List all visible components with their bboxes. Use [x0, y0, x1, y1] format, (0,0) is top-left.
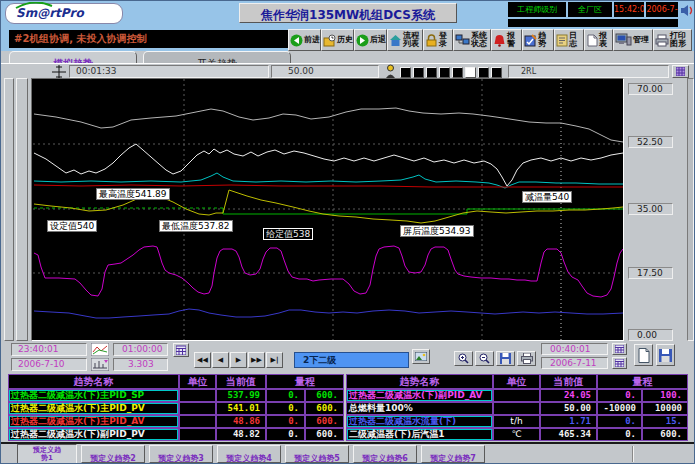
alarm-bell-icon: [493, 34, 506, 47]
trend-unit: [179, 428, 216, 441]
end-date-field[interactable]: 2006-7-11: [541, 357, 608, 369]
pen-select-2[interactable]: [413, 67, 424, 78]
trend-range-max: 600.: [642, 428, 688, 441]
alarm-message-box[interactable]: #2机组协调, 未投入协调控制: [9, 30, 319, 48]
trend-curve-fuel[interactable]: [34, 144, 623, 186]
pen-select-1[interactable]: [400, 67, 411, 78]
trend-name: 过热器二级减温水(下)主PID_SP: [8, 389, 179, 402]
logo-sub: Pro: [61, 6, 84, 20]
nav-next-button[interactable]: ▶: [230, 352, 247, 368]
predefined-trend-tab-3[interactable]: 预定义趋势3: [149, 445, 213, 463]
time-span-field[interactable]: 00:01:33: [69, 65, 269, 78]
clock-date: 2006-7-21: [646, 2, 678, 17]
nav-first-button[interactable]: ◀◀: [194, 352, 211, 368]
crosshair-cursor-icon[interactable]: [52, 65, 66, 79]
table-row[interactable]: 过热器二级减温水(下)副PID_AV 24.05 0. 100.: [346, 389, 688, 402]
pen-select-7[interactable]: [478, 67, 489, 78]
pen-select-8[interactable]: [491, 67, 502, 78]
nav-last-button[interactable]: ▶|: [266, 352, 283, 368]
end-time-calendar-button[interactable]: [612, 343, 627, 355]
plant-area: 全厂区: [568, 2, 612, 17]
span-field[interactable]: 01:00:00: [113, 343, 168, 356]
scale-field[interactable]: 3.303: [113, 358, 168, 371]
zoom-out-button[interactable]: [475, 351, 494, 366]
trend-current-value: 50.00: [540, 402, 597, 415]
end-time-field[interactable]: 00:40:01: [541, 343, 608, 355]
table-row[interactable]: 总燃料量100% 50.00 -10000 10000: [346, 402, 688, 415]
predefined-trend-tab-5[interactable]: 预定义趋势5: [285, 445, 349, 463]
process-list-icon: [389, 34, 402, 47]
table-row[interactable]: 过热器二级减温水(下)主PID_PV 541.01 0. 600.: [8, 402, 344, 415]
trend-name: 过热器二级减温水流量(下): [346, 415, 493, 428]
trend-curve-flow[interactable]: [34, 309, 623, 318]
log-button[interactable]: 日志: [554, 29, 584, 51]
picture-button[interactable]: [412, 349, 430, 364]
pen-select-4[interactable]: [439, 67, 450, 78]
new-document-button[interactable]: [634, 344, 653, 366]
nav-forward-button[interactable]: 前进: [288, 29, 321, 51]
trend-plot[interactable]: [32, 79, 623, 340]
save-trend-button[interactable]: [496, 351, 515, 366]
print-graphic-button[interactable]: 打印图形: [653, 29, 692, 51]
lock-icon: [425, 34, 438, 47]
mini-trend-icon[interactable]: [91, 343, 109, 356]
logo-swoosh-icon: [14, 2, 54, 10]
pen-select-6[interactable]: [465, 67, 476, 78]
trend-range-min: 0.: [597, 389, 642, 402]
nav-prev-button[interactable]: ◀: [212, 352, 229, 368]
pen-select-5[interactable]: [452, 67, 463, 78]
grid-settings-button[interactable]: [672, 65, 689, 78]
end-date-calendar-button[interactable]: [612, 357, 627, 369]
manage-button[interactable]: 管理: [613, 29, 653, 51]
table-row[interactable]: 过热器二级减温水(下)副PID_PV 48.82 0. 600.: [8, 428, 344, 441]
print-trend-button[interactable]: [517, 351, 536, 366]
trend-curve-zhuav[interactable]: [34, 185, 623, 187]
calendar-button[interactable]: [173, 343, 189, 357]
pen-select-3[interactable]: [426, 67, 437, 78]
green-right-arrow-icon: [356, 34, 369, 47]
predefined-trend-tab-2[interactable]: 预定义趋势2: [81, 445, 145, 463]
operator-icon[interactable]: [384, 64, 397, 79]
predefined-trend-tab-1[interactable]: 预定义趋势1: [17, 444, 77, 464]
time-scale-icon[interactable]: [91, 358, 109, 371]
status-bar-secondary: [508, 19, 678, 27]
col-header-name: 趋势名称: [8, 374, 179, 389]
predefined-trend-tab-7[interactable]: 预定义趋势7: [421, 445, 485, 463]
alarm-button[interactable]: 报警: [491, 29, 522, 51]
trend-range-min: 0.: [266, 428, 305, 441]
trend-range-min: 0.: [266, 402, 305, 415]
left-splitter[interactable]: [4, 78, 14, 341]
nav-fast-forward-button[interactable]: ▶▶: [248, 352, 265, 368]
table-row[interactable]: 过热器二级减温水流量(下) t/h 1.71 0. 15.: [346, 415, 688, 428]
table-row[interactable]: 过热器二级减温水(下)主PID_SP 537.99 0. 600.: [8, 389, 344, 402]
trend-current-value: 48.86: [216, 415, 266, 428]
system-status-button[interactable]: 系统状态: [453, 29, 491, 51]
trend-button[interactable]: 趋势: [522, 29, 554, 51]
trend-curve-fuav[interactable]: [34, 246, 623, 297]
col-header-current: 当前值: [216, 374, 266, 389]
predefined-trend-tab-4[interactable]: 预定义趋势4: [217, 445, 281, 463]
login-button[interactable]: 登录: [423, 29, 453, 51]
y-axis-label-70: 70.00: [628, 83, 673, 95]
table-row[interactable]: 二级减温器(下)后汽温1 ℃ 465.34 0. 600.: [346, 428, 688, 441]
speaker-icon[interactable]: [680, 4, 694, 17]
trend-curve-houqiwen[interactable]: [34, 108, 623, 142]
predefined-trend-tab-6[interactable]: 预定义趋势6: [353, 445, 417, 463]
save-file-button[interactable]: [656, 344, 675, 366]
trend-curve-zhupv[interactable]: [34, 190, 623, 223]
scale-value-field[interactable]: 50.00: [271, 65, 379, 78]
trend-group-select[interactable]: 2下二级: [294, 352, 409, 368]
start-date-field[interactable]: 2006-7-10: [11, 358, 87, 371]
process-list-button[interactable]: 流程列表: [387, 29, 423, 51]
alarm-message: #2机组协调, 未投入协调控制: [9, 30, 319, 48]
nav-back-button[interactable]: 后退: [354, 29, 387, 51]
table-row[interactable]: 过热器二级减温水(下)主PID_AV 48.86 0. 600.: [8, 415, 344, 428]
y-axis-label-52-5: 52.50: [628, 136, 673, 148]
pen-tag-field[interactable]: 2RL: [508, 65, 669, 78]
history-button[interactable]: 历史: [321, 29, 354, 51]
report-button[interactable]: 报表: [584, 29, 613, 51]
zoom-in-button[interactable]: [454, 351, 473, 366]
right-scroll-strip[interactable]: [687, 78, 694, 341]
trend-unit: [179, 402, 216, 415]
start-time-field[interactable]: 23:40:01: [11, 343, 87, 356]
